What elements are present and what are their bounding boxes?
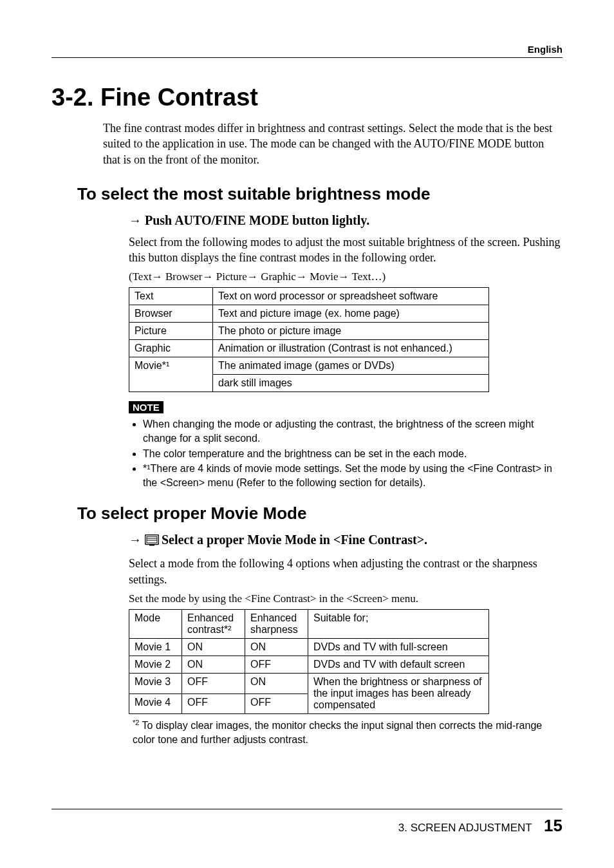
contrast-cell: OFF bbox=[182, 693, 245, 714]
footer-page-number: 15 bbox=[544, 816, 563, 835]
section-intro: The fine contrast modes differ in bright… bbox=[103, 120, 563, 167]
footer-chapter: 3. SCREEN ADJUSTMENT bbox=[398, 822, 532, 834]
desc-cell: The animated image (games or DVDs) bbox=[213, 357, 489, 375]
desc-cell: dark still images bbox=[213, 375, 489, 392]
brightness-action: → Push AUTO/FINE MODE button lightly. bbox=[129, 213, 563, 228]
sharpness-cell: ON bbox=[245, 674, 308, 694]
mode-cell: Browser bbox=[129, 305, 213, 323]
header-mode: Mode bbox=[129, 610, 182, 639]
desc-cell: Text on word processor or spreadsheet so… bbox=[213, 288, 489, 305]
page-footer: 3. SCREEN ADJUSTMENT 15 bbox=[51, 809, 563, 836]
brightness-heading: To select the most suitable brightness m… bbox=[77, 184, 563, 204]
arrow-icon: → bbox=[129, 213, 145, 227]
header-sharpness-line2: sharpness bbox=[250, 624, 298, 635]
contrast-cell: OFF bbox=[182, 674, 245, 694]
mode-cell: Text bbox=[129, 288, 213, 305]
list-item: The color temperature and the brightness… bbox=[143, 447, 563, 461]
suitable-cell: When the brightness or sharpness of the … bbox=[308, 674, 489, 714]
mode-cell: Movie 4 bbox=[129, 693, 182, 714]
header-contrast-line1: Enhanced bbox=[187, 612, 234, 623]
suitable-cell: DVDs and TV with default screen bbox=[308, 656, 489, 674]
brightness-table: Text Text on word processor or spreadshe… bbox=[129, 287, 489, 392]
mode-cell: Movie 3 bbox=[129, 674, 182, 694]
note-list: When changing the mode or adjusting the … bbox=[129, 417, 563, 489]
footnote-text: To display clear images, the monitor che… bbox=[133, 720, 542, 745]
sharpness-cell: OFF bbox=[245, 693, 308, 714]
table-row: Browser Text and picture image (ex. home… bbox=[129, 305, 489, 323]
header-sharpness-line1: Enhanced bbox=[250, 612, 297, 623]
header-suitable: Suitable for; bbox=[308, 610, 489, 639]
table-row: Movie*¹ The animated image (games or DVD… bbox=[129, 357, 489, 375]
movie-para: Select a mode from the following 4 optio… bbox=[129, 556, 563, 587]
svg-rect-4 bbox=[149, 545, 154, 546]
brightness-para: Select from the following modes to adjus… bbox=[129, 234, 563, 266]
table-row: Movie 3 OFF ON When the brightness or sh… bbox=[129, 674, 489, 694]
header-language: English bbox=[51, 44, 563, 58]
movie-set-line: Set the mode by using the <Fine Contrast… bbox=[129, 592, 563, 605]
desc-cell: The photo or picture image bbox=[213, 323, 489, 340]
table-row: Picture The photo or picture image bbox=[129, 323, 489, 340]
movie-table: Mode Enhanced contrast*² Enhanced sharpn… bbox=[129, 609, 489, 714]
movie-action-text: Select a proper Movie Mode in <Fine Cont… bbox=[162, 533, 427, 547]
table-header-row: Mode Enhanced contrast*² Enhanced sharpn… bbox=[129, 610, 489, 639]
list-item: When changing the mode or adjusting the … bbox=[143, 417, 563, 445]
table-row: Graphic Animation or illustration (Contr… bbox=[129, 340, 489, 357]
movie-action: → Select a proper Movie Mode in <Fine Co… bbox=[129, 533, 563, 549]
mode-cell: Movie*¹ bbox=[129, 357, 213, 392]
header-contrast-line2: contrast*² bbox=[187, 624, 231, 635]
sharpness-cell: OFF bbox=[245, 656, 308, 674]
section-title: 3-2. Fine Contrast bbox=[51, 84, 563, 111]
mode-cell: Graphic bbox=[129, 340, 213, 357]
movie-heading: To select proper Movie Mode bbox=[77, 504, 563, 524]
mode-cell: Picture bbox=[129, 323, 213, 340]
suitable-cell: DVDs and TV with full-screen bbox=[308, 639, 489, 656]
mode-cell: Movie 1 bbox=[129, 639, 182, 656]
svg-rect-1 bbox=[147, 536, 157, 543]
brightness-action-text: Push AUTO/FINE MODE button lightly. bbox=[145, 213, 369, 227]
desc-cell: Animation or illustration (Contrast is n… bbox=[213, 340, 489, 357]
contrast-cell: ON bbox=[182, 639, 245, 656]
table-row: Movie 1 ON ON DVDs and TV with full-scre… bbox=[129, 639, 489, 656]
header-contrast: Enhanced contrast*² bbox=[182, 610, 245, 639]
fine-contrast-icon bbox=[145, 534, 159, 549]
table-row: Movie 2 ON OFF DVDs and TV with default … bbox=[129, 656, 489, 674]
contrast-cell: ON bbox=[182, 656, 245, 674]
movie-footnote: *2 To display clear images, the monitor … bbox=[133, 718, 563, 747]
list-item: *¹There are 4 kinds of movie mode settin… bbox=[143, 462, 563, 489]
table-row: Text Text on word processor or spreadshe… bbox=[129, 288, 489, 305]
mode-cell: Movie 2 bbox=[129, 656, 182, 674]
header-sharpness: Enhanced sharpness bbox=[245, 610, 308, 639]
brightness-sequence: (Text→ Browser→ Picture→ Graphic→ Movie→… bbox=[129, 270, 563, 283]
sharpness-cell: ON bbox=[245, 639, 308, 656]
arrow-icon: → bbox=[129, 533, 145, 547]
desc-cell: Text and picture image (ex. home page) bbox=[213, 305, 489, 323]
footnote-sup: *2 bbox=[133, 719, 139, 726]
note-label: NOTE bbox=[129, 401, 163, 413]
